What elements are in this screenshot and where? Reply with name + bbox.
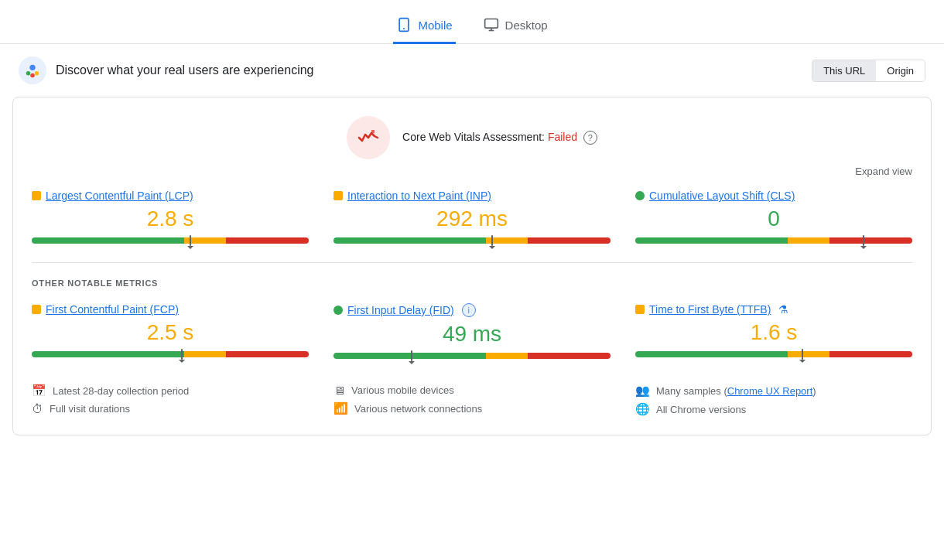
metric-lcp-name[interactable]: Largest Contentful Paint (LCP) bbox=[46, 190, 193, 202]
assessment-status: Failed bbox=[548, 131, 577, 143]
cls-bar-orange bbox=[788, 237, 829, 244]
footer-samples: 👥 Many samples (Chrome UX Report) bbox=[635, 384, 912, 398]
fid-bar-green bbox=[333, 353, 486, 359]
tab-desktop-label: Desktop bbox=[505, 19, 548, 32]
metric-fid-label-row: First Input Delay (FID) i bbox=[333, 303, 611, 317]
cls-bar-red bbox=[829, 237, 912, 244]
core-metrics-grid: Largest Contentful Paint (LCP) 2.8 s Int… bbox=[32, 190, 912, 244]
metric-lcp-bar bbox=[32, 237, 309, 244]
other-metrics-grid: First Contentful Paint (FCP) 2.5 s First… bbox=[32, 303, 912, 359]
metric-inp-dot bbox=[333, 191, 343, 200]
fid-bar-orange bbox=[486, 353, 528, 359]
footer-samples-text: Many samples (Chrome UX Report) bbox=[656, 385, 816, 397]
footer-chrome-text: All Chrome versions bbox=[656, 404, 746, 415]
lcp-bar-marker bbox=[190, 235, 191, 246]
lcp-bar-red bbox=[226, 237, 309, 244]
metric-fcp: First Contentful Paint (FCP) 2.5 s bbox=[32, 303, 309, 359]
svg-point-5 bbox=[29, 65, 35, 70]
fid-info-icon[interactable]: i bbox=[462, 303, 476, 317]
other-metrics-label: OTHER NOTABLE METRICS bbox=[32, 278, 912, 288]
fcp-bar-marker bbox=[181, 349, 183, 360]
footer-collection-period: 📅 Latest 28-day collection period bbox=[32, 384, 309, 398]
ttfb-bar-marker bbox=[802, 349, 803, 360]
ttfb-bar-orange bbox=[788, 351, 829, 357]
origin-button[interactable]: Origin bbox=[876, 60, 925, 81]
metric-fid-name[interactable]: First Input Delay (FID) bbox=[347, 304, 454, 316]
cls-bar-marker bbox=[863, 235, 864, 246]
metric-fcp-value: 2.5 s bbox=[32, 320, 309, 345]
tab-desktop[interactable]: Desktop bbox=[481, 9, 551, 44]
metric-cls-dot bbox=[635, 191, 645, 200]
metric-lcp-value: 2.8 s bbox=[32, 207, 309, 231]
footer-mobile-devices: 🖥 Various mobile devices bbox=[333, 384, 611, 397]
calendar-icon: 📅 bbox=[32, 384, 46, 398]
inp-bar-green bbox=[333, 237, 486, 244]
metric-cls-bar bbox=[635, 237, 912, 244]
footer-info: 📅 Latest 28-day collection period ⏱ Full… bbox=[32, 377, 912, 416]
metric-inp-bar bbox=[333, 237, 611, 244]
metric-ttfb: Time to First Byte (TTFB) ⚗ 1.6 s bbox=[635, 303, 912, 359]
footer-chrome-versions: 🌐 All Chrome versions bbox=[635, 402, 912, 416]
metric-ttfb-dot bbox=[635, 305, 645, 314]
metric-inp-name[interactable]: Interaction to Next Paint (INP) bbox=[347, 190, 491, 202]
this-url-button[interactable]: This URL bbox=[812, 60, 876, 81]
svg-point-7 bbox=[35, 71, 39, 76]
metric-cls-value: 0 bbox=[635, 207, 912, 231]
main-card: Core Web Vitals Assessment: Failed ? Exp… bbox=[12, 97, 932, 435]
metric-fcp-bar bbox=[32, 351, 309, 357]
metric-ttfb-name[interactable]: Time to First Byte (TTFB) bbox=[649, 303, 771, 316]
metric-cls-label-row: Cumulative Layout Shift (CLS) bbox=[635, 190, 912, 202]
footer-network: 📶 Various network connections bbox=[333, 401, 611, 415]
header-section: Discover what your real users are experi… bbox=[0, 44, 944, 97]
mobile-icon bbox=[396, 17, 412, 32]
fid-bar-red bbox=[528, 353, 611, 359]
metric-inp-value: 292 ms bbox=[333, 207, 611, 231]
ttfb-bar-green bbox=[635, 351, 788, 357]
metric-ttfb-value: 1.6 s bbox=[635, 320, 912, 345]
metric-ttfb-bar bbox=[635, 351, 912, 357]
assessment-header: Core Web Vitals Assessment: Failed ? bbox=[32, 116, 912, 159]
metric-lcp-label-row: Largest Contentful Paint (LCP) bbox=[32, 190, 309, 202]
metric-fcp-name[interactable]: First Contentful Paint (FCP) bbox=[46, 303, 179, 316]
metric-cls: Cumulative Layout Shift (CLS) 0 bbox=[635, 190, 912, 244]
tab-mobile[interactable]: Mobile bbox=[393, 9, 455, 44]
clock-icon: ⏱ bbox=[32, 402, 43, 415]
tab-mobile-label: Mobile bbox=[418, 19, 452, 32]
metric-fcp-label-row: First Contentful Paint (FCP) bbox=[32, 303, 309, 316]
chrome-icon: 🌐 bbox=[635, 402, 650, 416]
metric-fid: First Input Delay (FID) i 49 ms bbox=[333, 303, 611, 359]
desktop-icon bbox=[484, 17, 499, 32]
tab-bar: Mobile Desktop bbox=[0, 0, 944, 44]
ttfb-beaker-icon: ⚗ bbox=[778, 303, 788, 316]
inp-bar-red bbox=[528, 237, 611, 244]
lcp-bar-green bbox=[32, 237, 184, 244]
avatar bbox=[19, 56, 46, 84]
fid-bar-marker bbox=[411, 350, 412, 361]
footer-col3: 👥 Many samples (Chrome UX Report) 🌐 All … bbox=[635, 384, 912, 416]
metric-fid-bar bbox=[333, 353, 611, 359]
expand-view[interactable]: Expand view bbox=[32, 166, 912, 177]
assessment-text: Core Web Vitals Assessment: Failed ? bbox=[402, 131, 597, 145]
footer-mobile-text: Various mobile devices bbox=[351, 384, 454, 396]
footer-full-visit: ⏱ Full visit durations bbox=[32, 402, 309, 415]
svg-point-6 bbox=[26, 71, 31, 76]
footer-collection-text: Latest 28-day collection period bbox=[53, 385, 189, 397]
svg-rect-2 bbox=[484, 19, 498, 29]
chrome-ux-report-link[interactable]: Chrome UX Report bbox=[727, 385, 813, 397]
footer-col1: 📅 Latest 28-day collection period ⏱ Full… bbox=[32, 384, 309, 416]
footer-col2: 🖥 Various mobile devices 📶 Various netwo… bbox=[333, 384, 611, 416]
assessment-info-icon[interactable]: ? bbox=[583, 131, 597, 145]
fcp-bar-orange bbox=[184, 351, 226, 357]
metric-fid-dot bbox=[333, 306, 343, 315]
footer-network-text: Various network connections bbox=[354, 403, 482, 415]
url-origin-toggle: This URL Origin bbox=[812, 60, 925, 82]
metric-ttfb-label-row: Time to First Byte (TTFB) ⚗ bbox=[635, 303, 912, 316]
metric-fid-value: 49 ms bbox=[333, 322, 611, 347]
metric-cls-name[interactable]: Cumulative Layout Shift (CLS) bbox=[649, 190, 795, 202]
header-title: Discover what your real users are experi… bbox=[56, 63, 313, 77]
metric-lcp-dot bbox=[32, 191, 41, 200]
inp-bar-marker bbox=[491, 235, 493, 246]
fcp-bar-red bbox=[226, 351, 309, 357]
footer-full-visit-text: Full visit durations bbox=[50, 403, 130, 415]
monitor-icon: 🖥 bbox=[333, 384, 345, 397]
